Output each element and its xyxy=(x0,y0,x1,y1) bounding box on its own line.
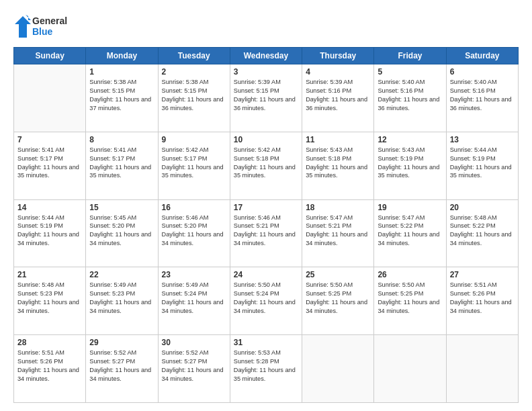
calendar-cell xyxy=(446,335,518,403)
day-number: 4 xyxy=(306,67,370,77)
calendar-week-row: 14Sunrise: 5:44 AMSunset: 5:19 PMDayligh… xyxy=(14,199,519,267)
calendar-cell: 3Sunrise: 5:39 AMSunset: 5:15 PMDaylight… xyxy=(230,64,302,132)
svg-text:Blue: Blue xyxy=(32,26,53,37)
calendar-cell: 20Sunrise: 5:48 AMSunset: 5:22 PMDayligh… xyxy=(446,199,518,267)
svg-marker-3 xyxy=(26,15,31,20)
svg-text:General: General xyxy=(32,15,67,26)
day-info: Sunrise: 5:39 AMSunset: 5:16 PMDaylight:… xyxy=(306,78,370,113)
calendar-cell: 19Sunrise: 5:47 AMSunset: 5:22 PMDayligh… xyxy=(374,199,446,267)
calendar-cell: 15Sunrise: 5:45 AMSunset: 5:20 PMDayligh… xyxy=(86,199,158,267)
calendar-cell: 14Sunrise: 5:44 AMSunset: 5:19 PMDayligh… xyxy=(14,199,86,267)
day-number: 20 xyxy=(450,203,515,212)
day-info: Sunrise: 5:44 AMSunset: 5:19 PMDaylight:… xyxy=(17,214,82,248)
day-number: 21 xyxy=(17,270,82,279)
calendar-cell: 30Sunrise: 5:52 AMSunset: 5:27 PMDayligh… xyxy=(158,335,230,403)
day-number: 11 xyxy=(306,135,370,144)
day-info: Sunrise: 5:40 AMSunset: 5:16 PMDaylight:… xyxy=(378,78,442,113)
calendar-cell: 11Sunrise: 5:43 AMSunset: 5:18 PMDayligh… xyxy=(302,132,374,199)
day-number: 27 xyxy=(450,270,515,279)
day-number: 17 xyxy=(234,203,298,212)
weekday-header: Sunday xyxy=(14,48,86,64)
day-number: 30 xyxy=(162,338,226,347)
calendar-cell: 6Sunrise: 5:40 AMSunset: 5:16 PMDaylight… xyxy=(446,64,518,132)
calendar-cell: 21Sunrise: 5:48 AMSunset: 5:23 PMDayligh… xyxy=(14,267,86,335)
calendar-week-row: 7Sunrise: 5:41 AMSunset: 5:17 PMDaylight… xyxy=(14,132,519,199)
logo: General Blue xyxy=(13,12,84,40)
calendar-cell: 31Sunrise: 5:53 AMSunset: 5:28 PMDayligh… xyxy=(230,335,302,403)
calendar-cell xyxy=(374,335,446,403)
day-info: Sunrise: 5:50 AMSunset: 5:24 PMDaylight:… xyxy=(234,281,298,316)
calendar-cell: 12Sunrise: 5:43 AMSunset: 5:19 PMDayligh… xyxy=(374,132,446,199)
day-info: Sunrise: 5:47 AMSunset: 5:22 PMDaylight:… xyxy=(378,214,442,248)
calendar-week-row: 28Sunrise: 5:51 AMSunset: 5:26 PMDayligh… xyxy=(14,335,519,403)
day-info: Sunrise: 5:49 AMSunset: 5:23 PMDaylight:… xyxy=(89,281,154,316)
day-info: Sunrise: 5:48 AMSunset: 5:22 PMDaylight:… xyxy=(450,214,515,248)
calendar-cell: 28Sunrise: 5:51 AMSunset: 5:26 PMDayligh… xyxy=(14,335,86,403)
weekday-header: Wednesday xyxy=(230,48,302,64)
day-info: Sunrise: 5:53 AMSunset: 5:28 PMDaylight:… xyxy=(234,349,298,383)
day-number: 31 xyxy=(234,338,298,347)
day-number: 16 xyxy=(162,203,226,212)
day-number: 6 xyxy=(450,67,515,77)
day-number: 3 xyxy=(234,67,298,77)
calendar-cell: 1Sunrise: 5:38 AMSunset: 5:15 PMDaylight… xyxy=(86,64,158,132)
day-info: Sunrise: 5:44 AMSunset: 5:19 PMDaylight:… xyxy=(450,146,515,181)
day-number: 12 xyxy=(378,135,442,144)
calendar-cell: 18Sunrise: 5:47 AMSunset: 5:21 PMDayligh… xyxy=(302,199,374,267)
weekday-header: Tuesday xyxy=(158,48,230,64)
day-info: Sunrise: 5:52 AMSunset: 5:27 PMDaylight:… xyxy=(162,349,226,383)
day-info: Sunrise: 5:48 AMSunset: 5:23 PMDaylight:… xyxy=(17,281,82,316)
day-info: Sunrise: 5:41 AMSunset: 5:17 PMDaylight:… xyxy=(89,146,154,181)
day-info: Sunrise: 5:47 AMSunset: 5:21 PMDaylight:… xyxy=(306,214,370,248)
day-number: 9 xyxy=(162,135,226,144)
calendar-week-row: 1Sunrise: 5:38 AMSunset: 5:15 PMDaylight… xyxy=(14,64,519,132)
day-info: Sunrise: 5:38 AMSunset: 5:15 PMDaylight:… xyxy=(162,78,226,113)
day-info: Sunrise: 5:46 AMSunset: 5:21 PMDaylight:… xyxy=(234,214,298,248)
calendar-cell: 7Sunrise: 5:41 AMSunset: 5:17 PMDaylight… xyxy=(14,132,86,199)
logo-svg: General Blue xyxy=(13,12,84,40)
header: General Blue xyxy=(13,12,519,40)
calendar-cell xyxy=(14,64,86,132)
day-number: 15 xyxy=(89,203,154,212)
weekday-header: Saturday xyxy=(446,48,518,64)
day-info: Sunrise: 5:40 AMSunset: 5:16 PMDaylight:… xyxy=(450,78,515,113)
day-number: 18 xyxy=(306,203,370,212)
weekday-header: Friday xyxy=(374,48,446,64)
calendar-cell: 26Sunrise: 5:50 AMSunset: 5:25 PMDayligh… xyxy=(374,267,446,335)
day-number: 25 xyxy=(306,270,370,279)
day-number: 1 xyxy=(89,67,154,77)
calendar-table: SundayMondayTuesdayWednesdayThursdayFrid… xyxy=(13,47,519,403)
calendar-cell: 10Sunrise: 5:42 AMSunset: 5:18 PMDayligh… xyxy=(230,132,302,199)
calendar-cell: 2Sunrise: 5:38 AMSunset: 5:15 PMDaylight… xyxy=(158,64,230,132)
calendar-cell: 5Sunrise: 5:40 AMSunset: 5:16 PMDaylight… xyxy=(374,64,446,132)
weekday-header-row: SundayMondayTuesdayWednesdayThursdayFrid… xyxy=(14,48,519,64)
day-info: Sunrise: 5:43 AMSunset: 5:18 PMDaylight:… xyxy=(306,146,370,181)
day-info: Sunrise: 5:38 AMSunset: 5:15 PMDaylight:… xyxy=(89,78,154,113)
calendar-week-row: 21Sunrise: 5:48 AMSunset: 5:23 PMDayligh… xyxy=(14,267,519,335)
calendar-cell: 27Sunrise: 5:51 AMSunset: 5:26 PMDayligh… xyxy=(446,267,518,335)
day-number: 10 xyxy=(234,135,298,144)
day-info: Sunrise: 5:49 AMSunset: 5:24 PMDaylight:… xyxy=(162,281,226,316)
calendar-cell: 4Sunrise: 5:39 AMSunset: 5:16 PMDaylight… xyxy=(302,64,374,132)
day-number: 22 xyxy=(89,270,154,279)
day-info: Sunrise: 5:41 AMSunset: 5:17 PMDaylight:… xyxy=(17,146,82,181)
day-number: 26 xyxy=(378,270,442,279)
day-info: Sunrise: 5:46 AMSunset: 5:20 PMDaylight:… xyxy=(162,214,226,248)
day-number: 2 xyxy=(162,67,226,77)
day-number: 14 xyxy=(17,203,82,212)
calendar-cell xyxy=(302,335,374,403)
day-number: 29 xyxy=(89,338,154,347)
calendar-cell: 13Sunrise: 5:44 AMSunset: 5:19 PMDayligh… xyxy=(446,132,518,199)
day-number: 13 xyxy=(450,135,515,144)
calendar-cell: 29Sunrise: 5:52 AMSunset: 5:27 PMDayligh… xyxy=(86,335,158,403)
day-number: 8 xyxy=(89,135,154,144)
day-info: Sunrise: 5:45 AMSunset: 5:20 PMDaylight:… xyxy=(89,214,154,248)
calendar-cell: 24Sunrise: 5:50 AMSunset: 5:24 PMDayligh… xyxy=(230,267,302,335)
day-number: 7 xyxy=(17,135,82,144)
day-info: Sunrise: 5:42 AMSunset: 5:17 PMDaylight:… xyxy=(162,146,226,181)
calendar-cell: 8Sunrise: 5:41 AMSunset: 5:17 PMDaylight… xyxy=(86,132,158,199)
day-info: Sunrise: 5:39 AMSunset: 5:15 PMDaylight:… xyxy=(234,78,298,113)
calendar-cell: 22Sunrise: 5:49 AMSunset: 5:23 PMDayligh… xyxy=(86,267,158,335)
day-info: Sunrise: 5:43 AMSunset: 5:19 PMDaylight:… xyxy=(378,146,442,181)
day-number: 5 xyxy=(378,67,442,77)
